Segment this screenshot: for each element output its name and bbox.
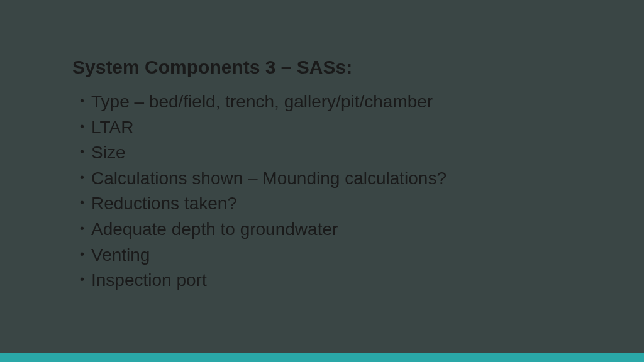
list-item: Size bbox=[80, 140, 572, 166]
bullet-list: Type – bed/field, trench, gallery/pit/ch… bbox=[72, 89, 572, 293]
list-item: Type – bed/field, trench, gallery/pit/ch… bbox=[80, 89, 572, 115]
slide-title: System Components 3 – SASs: bbox=[72, 57, 572, 78]
slide-content: System Components 3 – SASs: Type – bed/f… bbox=[0, 0, 644, 293]
list-item: LTAR bbox=[80, 115, 572, 141]
list-item: Adequate depth to groundwater bbox=[80, 217, 572, 243]
list-item: Venting bbox=[80, 243, 572, 268]
list-item: Inspection port bbox=[80, 268, 572, 293]
list-item: Reductions taken? bbox=[80, 191, 572, 217]
bottom-accent-bar bbox=[0, 353, 644, 362]
list-item: Calculations shown – Mounding calculatio… bbox=[80, 166, 572, 192]
